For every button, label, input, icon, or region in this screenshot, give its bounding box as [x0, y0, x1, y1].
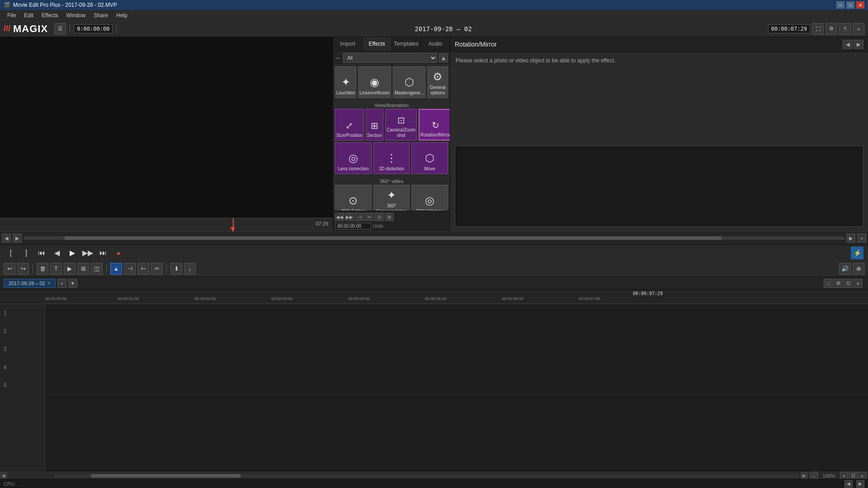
minimize-button[interactable]: ─: [836, 1, 844, 9]
scroll-right-button[interactable]: ▶: [801, 472, 808, 479]
text-button[interactable]: T: [50, 263, 62, 275]
effect-leuchten[interactable]: ✦ Leuchten: [335, 66, 356, 98]
menu-item-edit[interactable]: Edit: [20, 11, 37, 19]
preview-scrubber[interactable]: 07:29: [0, 218, 333, 231]
timeline-tab-close[interactable]: ✕: [47, 281, 51, 286]
effect-move[interactable]: ⬡ Move: [411, 142, 448, 174]
help-button[interactable]: ?: [839, 23, 851, 35]
zoom-controls: – 100% + ⊡ »: [808, 472, 868, 480]
maximize-button[interactable]: □: [846, 1, 854, 9]
split-button[interactable]: ✂: [151, 263, 163, 275]
settings-button[interactable]: ⚙: [826, 23, 837, 35]
menu-item-share[interactable]: Share: [90, 11, 112, 19]
menu-item-effects[interactable]: Effects: [38, 11, 61, 19]
group-button[interactable]: ⊞: [77, 263, 89, 275]
360-szenenrotation-label: 360° Szenenrotation: [375, 203, 409, 211]
effect-camera-zoom[interactable]: ⊡ Camera/Zoom shot: [385, 109, 417, 141]
track-content[interactable]: [45, 304, 868, 472]
undo-button[interactable]: ↩: [4, 263, 15, 275]
tab-import[interactable]: Import: [333, 37, 363, 51]
zoom-out-button[interactable]: –: [810, 472, 818, 480]
tab-audio[interactable]: Audio: [421, 37, 450, 51]
redo-button[interactable]: ↪: [17, 263, 29, 275]
mark-out-button[interactable]: ]: [20, 247, 33, 259]
panel-next-button[interactable]: ▶: [854, 40, 863, 49]
effect-maskengene[interactable]: ⬡ Maskengene...: [393, 66, 425, 98]
menu-item-file[interactable]: File: [4, 11, 19, 19]
effect-3d-distortion[interactable]: ⋮ 3D distortion: [373, 142, 410, 174]
insert-button[interactable]: ↓: [184, 263, 196, 275]
zoom-fit-button[interactable]: ⊡: [849, 472, 857, 480]
effect-rotation-mirror[interactable]: ↻ Rotation/Mirror: [419, 109, 450, 141]
zoom-in-button[interactable]: +: [840, 472, 848, 480]
effect-360-stitching[interactable]: ◎ 360° Stitching: [411, 185, 448, 211]
trim-button[interactable]: ◫: [91, 263, 103, 275]
panel-prev-button[interactable]: ◀: [843, 40, 853, 49]
effects-ctrl1[interactable]: ⊣: [355, 213, 364, 221]
effect-lens-correction[interactable]: ◎ Lens correction: [335, 142, 372, 174]
effect-general-options[interactable]: ⚙ General options: [427, 66, 448, 98]
close-button[interactable]: ✕: [856, 1, 864, 9]
mark-in-button[interactable]: [: [5, 247, 17, 259]
effect-section[interactable]: ⊞ Section: [366, 109, 383, 141]
rb-expand-btn[interactable]: »: [857, 234, 866, 243]
effects-ctrl2[interactable]: ⊢: [365, 213, 374, 221]
tab-effects[interactable]: Effects: [363, 37, 392, 51]
scroll-left-button[interactable]: ◀: [0, 472, 7, 479]
volume-button[interactable]: 🔊: [839, 263, 851, 275]
overwrite-button[interactable]: ⬇: [170, 263, 182, 275]
track-view-1[interactable]: □: [824, 279, 833, 288]
marker-button[interactable]: ▶: [64, 263, 75, 275]
fullscreen-button[interactable]: ⛶: [812, 23, 824, 35]
title-bar: 🎬 Movie Edit Pro Plus - 2017-09-28 - 02.…: [0, 0, 868, 10]
track-num-1: 1: [4, 310, 7, 316]
effect-size-position[interactable]: ⤢ Size/Position: [335, 109, 364, 141]
menu-item-window[interactable]: Window: [63, 11, 90, 19]
logo-area: /// MAGIX: [4, 23, 48, 35]
time-left-display: 0:00:00:00: [74, 24, 113, 33]
scroll-up-button[interactable]: ▲: [439, 53, 448, 62]
rb-scrollbar[interactable]: [24, 236, 844, 240]
effect-360-szenenrotation[interactable]: ✦ 360° Szenenrotation: [373, 185, 410, 211]
effect-linsenreflexion[interactable]: ◉ Linsenreflexion: [358, 66, 391, 98]
effects-ctrl3[interactable]: ⊡: [375, 213, 384, 221]
cursor-button[interactable]: ▲: [110, 263, 122, 275]
rb-next-btn[interactable]: ▶: [13, 234, 22, 243]
status-nav-btn2[interactable]: ▶: [856, 480, 864, 488]
fit-button[interactable]: ⊢: [137, 263, 149, 275]
hamburger-menu-button[interactable]: ☰: [54, 23, 66, 35]
add-timeline-btn[interactable]: +: [57, 279, 66, 288]
lightning-button[interactable]: ⚡: [851, 247, 863, 259]
menu-item-help[interactable]: Help: [113, 11, 131, 19]
rb-prev-btn[interactable]: ◀: [2, 234, 11, 243]
prev-frame-button[interactable]: ◀: [51, 247, 63, 259]
effects-back-button[interactable]: ←: [335, 54, 341, 61]
to-start-button[interactable]: ⏮: [35, 247, 48, 259]
tab-templates[interactable]: Templates: [392, 37, 421, 51]
track-view-4[interactable]: ≡: [854, 279, 863, 288]
rb-right-btn[interactable]: ▶: [846, 234, 855, 243]
timeline-tab-project[interactable]: 2017-09-28 – 02 ✕: [4, 279, 56, 288]
ripple-button[interactable]: ⊣: [124, 263, 136, 275]
effects-next-btn[interactable]: ▶▶: [345, 213, 354, 221]
delete-button[interactable]: 🗑: [37, 263, 48, 275]
scroll-track[interactable]: [54, 474, 799, 478]
track-view-2[interactable]: ⊞: [834, 279, 843, 288]
more-button[interactable]: ⊕: [853, 263, 864, 275]
to-end-button[interactable]: ⏭: [97, 247, 109, 259]
track-view-3[interactable]: ⊡: [844, 279, 853, 288]
effects-time-input[interactable]: [335, 223, 371, 230]
record-button[interactable]: ●: [112, 247, 125, 259]
scrubber-handle[interactable]: [231, 227, 235, 232]
expand-button[interactable]: »: [853, 23, 864, 35]
status-nav-btn1[interactable]: ◀: [844, 480, 853, 488]
zoom-more-button[interactable]: »: [858, 472, 866, 480]
category-select[interactable]: All: [343, 53, 437, 63]
effects-ctrl4[interactable]: ⊞: [385, 213, 394, 221]
timeline-dropdown-btn[interactable]: ▼: [68, 279, 77, 288]
next-frame-button[interactable]: ▶▶: [81, 247, 94, 259]
effect-360-editing[interactable]: ⊙ 360° Editing: [335, 185, 372, 211]
maskengene-label: Maskengene...: [394, 90, 424, 96]
effects-prev-btn[interactable]: ◀◀: [335, 213, 344, 221]
play-button[interactable]: ▶: [66, 247, 79, 259]
